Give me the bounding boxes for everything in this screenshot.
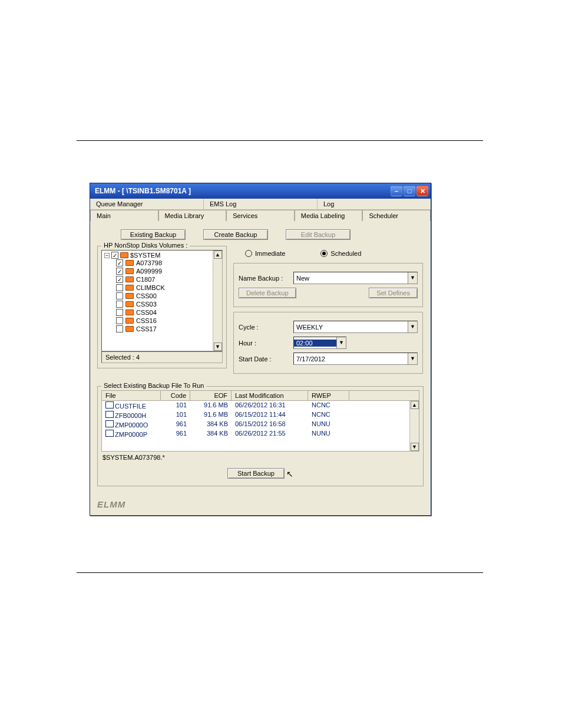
tree-node[interactable]: CLIMBCK [116,284,221,292]
file-icon [105,401,114,409]
minimize-button[interactable]: – [391,186,402,196]
tree-node[interactable]: CSS03 [116,300,221,308]
radio-scheduled-label: Scheduled [330,250,361,257]
tree-node-checkbox[interactable] [116,325,123,332]
hour-combo[interactable]: 02:00 ▼ [293,337,346,349]
tree-scrollbar[interactable]: ▲ ▼ [213,251,222,351]
disk-volumes-legend: HP NonStop Disks Volumes : [101,242,190,249]
col-rwep[interactable]: RWEP [308,391,349,400]
file-name: ZFB0000H [115,412,146,419]
radio-immediate[interactable]: Immediate [245,250,285,257]
file-list[interactable]: CUSTFILE10191.6 MB06/26/2012 16:31NCNCZF… [101,401,419,452]
tab-media-library[interactable]: Media Library [158,210,227,221]
file-eof: 384 KB [190,430,232,438]
tree-node[interactable]: CSS17 [116,325,221,333]
file-modified: 06/15/2012 11:44 [232,411,308,419]
start-date-combo[interactable]: 7/17/2012 ▼ [293,353,418,365]
file-list-header[interactable]: File Code EOF Last Modification RWEP [101,390,419,401]
tree-node[interactable]: CSS16 [116,317,221,325]
titlebar[interactable]: ELMM - [ \TSINB1.SM8701A ] – □ ✕ [90,183,431,199]
tab-services[interactable]: Services [226,210,295,221]
scroll-down-icon[interactable]: ▼ [214,342,222,351]
close-button[interactable]: ✕ [416,186,428,196]
selected-count: 4 [136,354,140,361]
col-mod[interactable]: Last Modification [232,391,308,400]
scroll-up-icon[interactable]: ▲ [214,251,222,259]
tree-node-checkbox[interactable] [116,301,123,308]
file-row[interactable]: ZMP0000O961384 KB06/15/2012 16:58NUNU [102,420,419,429]
col-code[interactable]: Code [161,391,190,400]
tree-node[interactable]: CSS04 [116,308,221,317]
file-code: 101 [161,411,190,419]
menu-queue-manager[interactable]: Queue Manager [90,199,204,209]
cycle-combo[interactable]: WEEKLY ▼ [293,321,418,333]
dropdown-icon[interactable]: ▼ [336,337,346,348]
menu-log[interactable]: Log [318,199,431,209]
file-row[interactable]: ZFB0000H10191.6 MB06/15/2012 11:44NCNC [102,410,419,420]
tab-bar: Main Media Library Services Media Labeli… [90,210,431,221]
drive-icon [125,268,134,274]
tree-expander-icon[interactable]: – [104,253,110,258]
maximize-button[interactable]: □ [404,186,415,196]
tree-root-label: $SYSTEM [130,252,160,259]
drive-icon [125,285,134,291]
tree-node-checkbox[interactable]: ✓ [116,276,123,283]
file-eof: 384 KB [190,420,232,429]
tree-node-label: CSS03 [136,301,157,308]
set-defines-button[interactable]: Set Defines [369,288,418,298]
start-backup-button[interactable]: Start Backup [227,468,285,479]
tree-root[interactable]: – ✓ $SYSTEM [104,252,221,259]
scroll-down-icon[interactable]: ▼ [411,443,419,451]
create-backup-button[interactable]: Create Backup [203,229,268,240]
tree-node-label: C1807 [136,276,155,283]
existing-backup-button[interactable]: Existing Backup [121,229,186,240]
file-code: 961 [161,430,190,438]
tab-media-labeling[interactable]: Media Labeling [295,210,363,221]
col-eof[interactable]: EOF [190,391,232,400]
dropdown-icon[interactable]: ▼ [408,272,417,284]
file-row[interactable]: CUSTFILE10191.6 MB06/26/2012 16:31NCNC [102,401,419,410]
name-backup-combo[interactable]: New ▼ [293,272,418,284]
file-code: 101 [161,401,190,410]
menu-ems-log[interactable]: EMS Log [204,199,318,209]
file-path: $SYSTEM.A073798.* [101,452,419,462]
radio-immediate-label: Immediate [255,250,285,257]
name-backup-group: Name Backup : New ▼ Delete Backup Set De… [233,263,423,307]
tree-node[interactable]: ✓A073798 [116,259,221,267]
dropdown-icon[interactable]: ▼ [408,321,417,332]
radio-scheduled[interactable]: Scheduled [320,250,361,257]
start-date-value: 7/17/2012 [294,355,408,363]
file-row[interactable]: ZMP0000P961384 KB06/26/2012 21:55NUNU [102,429,419,439]
scroll-up-icon[interactable]: ▲ [411,401,419,409]
tree-node-checkbox[interactable] [116,317,123,324]
menu-bar-row1: Queue Manager EMS Log Log [90,199,431,210]
delete-backup-button[interactable]: Delete Backup [239,288,296,298]
tree-node-checkbox[interactable] [116,292,123,299]
tree-root-checkbox[interactable]: ✓ [111,252,118,259]
file-eof: 91.6 MB [190,401,232,410]
drive-icon [120,252,128,258]
tree-node[interactable]: ✓C1807 [116,275,221,284]
file-list-scrollbar[interactable]: ▲ ▼ [409,401,419,451]
tree-node-checkbox[interactable] [116,284,123,291]
tree-node-checkbox[interactable]: ✓ [116,268,123,275]
file-rwep: NUNU [308,420,349,429]
drive-icon [125,260,134,266]
dropdown-icon[interactable]: ▼ [408,353,417,364]
tree-node-checkbox[interactable]: ✓ [116,259,123,266]
col-file[interactable]: File [102,391,161,400]
window-title: ELMM - [ \TSINB1.SM8701A ] [95,187,191,195]
hour-value: 02:00 [294,340,336,347]
volume-tree[interactable]: – ✓ $SYSTEM ✓A073798✓A099999✓C1807CLIMBC… [101,250,223,351]
disk-volumes-fieldset: HP NonStop Disks Volumes : – ✓ $SYSTEM ✓… [97,246,227,368]
edit-backup-button[interactable]: Edit Backup [286,229,351,240]
tree-node[interactable]: ✓A099999 [116,267,221,275]
tree-node[interactable]: CSS00 [116,292,221,300]
tab-scheduler[interactable]: Scheduler [362,210,431,221]
file-icon [105,420,114,427]
drive-icon [125,301,134,307]
file-rwep: NCNC [308,401,349,410]
name-backup-value: New [294,275,408,282]
tab-main[interactable]: Main [90,210,158,221]
tree-node-checkbox[interactable] [116,309,123,316]
